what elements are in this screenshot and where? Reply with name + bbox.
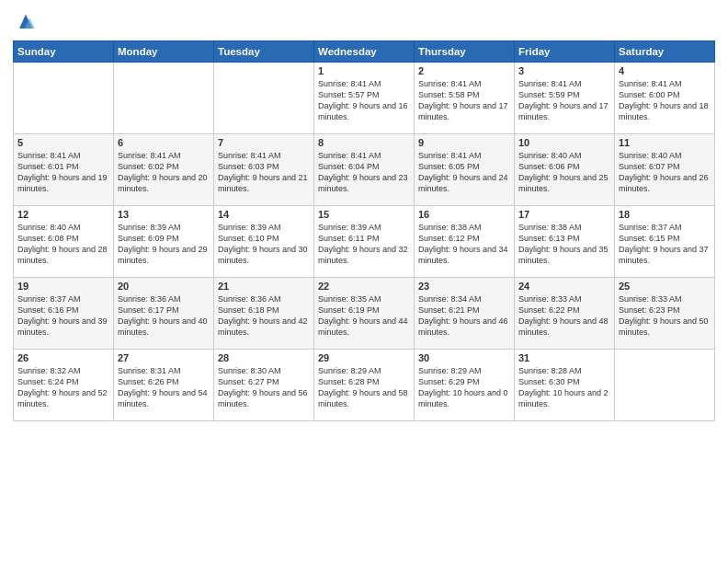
cell-sun-info: Sunrise: 8:40 AM Sunset: 6:06 PM Dayligh…: [518, 150, 610, 195]
calendar-cell: 16Sunrise: 8:38 AM Sunset: 6:12 PM Dayli…: [415, 206, 515, 278]
calendar-cell: 2Sunrise: 8:41 AM Sunset: 5:58 PM Daylig…: [415, 63, 515, 134]
day-number: 18: [619, 209, 711, 220]
cell-sun-info: Sunrise: 8:30 AM Sunset: 6:27 PM Dayligh…: [218, 365, 310, 410]
day-number: 3: [518, 65, 610, 76]
calendar-cell: 1Sunrise: 8:41 AM Sunset: 5:57 PM Daylig…: [314, 63, 415, 134]
day-header-monday: Monday: [114, 41, 214, 63]
calendar-cell: 4Sunrise: 8:41 AM Sunset: 6:00 PM Daylig…: [615, 63, 715, 134]
cell-sun-info: Sunrise: 8:29 AM Sunset: 6:28 PM Dayligh…: [318, 365, 410, 410]
day-header-thursday: Thursday: [415, 41, 515, 63]
day-number: 29: [318, 352, 410, 363]
day-number: 16: [418, 209, 510, 220]
calendar-cell: [14, 63, 114, 134]
cell-sun-info: Sunrise: 8:38 AM Sunset: 6:12 PM Dayligh…: [418, 222, 510, 267]
cell-sun-info: Sunrise: 8:34 AM Sunset: 6:21 PM Dayligh…: [418, 293, 510, 339]
day-header-wednesday: Wednesday: [314, 41, 415, 63]
calendar-cell: [615, 350, 715, 421]
calendar-cell: 3Sunrise: 8:41 AM Sunset: 5:59 PM Daylig…: [515, 63, 615, 134]
calendar-cell: 6Sunrise: 8:41 AM Sunset: 6:02 PM Daylig…: [114, 134, 214, 206]
day-number: 15: [318, 209, 410, 220]
day-number: 13: [118, 209, 210, 220]
day-number: 19: [17, 281, 109, 292]
day-number: 26: [17, 352, 109, 363]
cell-sun-info: Sunrise: 8:41 AM Sunset: 5:57 PM Dayligh…: [318, 78, 410, 123]
cell-sun-info: Sunrise: 8:37 AM Sunset: 6:16 PM Dayligh…: [17, 293, 109, 339]
calendar-cell: 18Sunrise: 8:37 AM Sunset: 6:15 PM Dayli…: [615, 206, 715, 278]
week-row-2: 5Sunrise: 8:41 AM Sunset: 6:01 PM Daylig…: [14, 134, 715, 206]
cell-sun-info: Sunrise: 8:28 AM Sunset: 6:30 PM Dayligh…: [518, 365, 610, 410]
day-number: 27: [118, 352, 210, 363]
day-number: 10: [518, 137, 610, 148]
cell-sun-info: Sunrise: 8:41 AM Sunset: 6:03 PM Dayligh…: [218, 150, 310, 195]
calendar-cell: 7Sunrise: 8:41 AM Sunset: 6:03 PM Daylig…: [214, 134, 314, 206]
cell-sun-info: Sunrise: 8:39 AM Sunset: 6:11 PM Dayligh…: [318, 222, 410, 267]
cell-sun-info: Sunrise: 8:40 AM Sunset: 6:07 PM Dayligh…: [619, 150, 711, 195]
calendar-cell: 12Sunrise: 8:40 AM Sunset: 6:08 PM Dayli…: [14, 206, 114, 278]
calendar-cell: [114, 63, 214, 134]
week-row-3: 12Sunrise: 8:40 AM Sunset: 6:08 PM Dayli…: [14, 206, 715, 278]
cell-sun-info: Sunrise: 8:41 AM Sunset: 6:01 PM Dayligh…: [17, 150, 109, 195]
calendar-cell: 29Sunrise: 8:29 AM Sunset: 6:28 PM Dayli…: [314, 350, 415, 421]
day-number: 6: [118, 137, 210, 148]
day-header-saturday: Saturday: [615, 41, 715, 63]
calendar-cell: 27Sunrise: 8:31 AM Sunset: 6:26 PM Dayli…: [114, 350, 214, 421]
cell-sun-info: Sunrise: 8:33 AM Sunset: 6:23 PM Dayligh…: [619, 293, 711, 339]
day-header-sunday: Sunday: [14, 41, 114, 63]
day-number: 8: [318, 137, 410, 148]
calendar-cell: 13Sunrise: 8:39 AM Sunset: 6:09 PM Dayli…: [114, 206, 214, 278]
cell-sun-info: Sunrise: 8:35 AM Sunset: 6:19 PM Dayligh…: [318, 293, 410, 339]
cell-sun-info: Sunrise: 8:33 AM Sunset: 6:22 PM Dayligh…: [518, 293, 610, 339]
calendar-cell: 10Sunrise: 8:40 AM Sunset: 6:06 PM Dayli…: [515, 134, 615, 206]
cell-sun-info: Sunrise: 8:31 AM Sunset: 6:26 PM Dayligh…: [118, 365, 210, 410]
calendar-cell: 17Sunrise: 8:38 AM Sunset: 6:13 PM Dayli…: [515, 206, 615, 278]
cell-sun-info: Sunrise: 8:39 AM Sunset: 6:10 PM Dayligh…: [218, 222, 310, 267]
day-number: 22: [318, 281, 410, 292]
week-row-1: 1Sunrise: 8:41 AM Sunset: 5:57 PM Daylig…: [14, 63, 715, 134]
day-number: 17: [518, 209, 610, 220]
calendar-cell: [214, 63, 314, 134]
day-number: 20: [118, 281, 210, 292]
day-header-tuesday: Tuesday: [214, 41, 314, 63]
header: [13, 9, 715, 35]
calendar-cell: 9Sunrise: 8:41 AM Sunset: 6:05 PM Daylig…: [415, 134, 515, 206]
calendar-cell: 26Sunrise: 8:32 AM Sunset: 6:24 PM Dayli…: [14, 350, 114, 421]
calendar-cell: 20Sunrise: 8:36 AM Sunset: 6:17 PM Dayli…: [114, 278, 214, 350]
day-number: 23: [418, 281, 510, 292]
calendar-cell: 24Sunrise: 8:33 AM Sunset: 6:22 PM Dayli…: [515, 278, 615, 350]
calendar-cell: 22Sunrise: 8:35 AM Sunset: 6:19 PM Dayli…: [314, 278, 415, 350]
day-header-friday: Friday: [515, 41, 615, 63]
cell-sun-info: Sunrise: 8:41 AM Sunset: 6:04 PM Dayligh…: [318, 150, 410, 195]
day-number: 1: [318, 65, 410, 76]
days-header-row: SundayMondayTuesdayWednesdayThursdayFrid…: [14, 41, 715, 63]
calendar-cell: 14Sunrise: 8:39 AM Sunset: 6:10 PM Dayli…: [214, 206, 314, 278]
day-number: 21: [218, 281, 310, 292]
calendar-cell: 15Sunrise: 8:39 AM Sunset: 6:11 PM Dayli…: [314, 206, 415, 278]
day-number: 14: [218, 209, 310, 220]
calendar-cell: 28Sunrise: 8:30 AM Sunset: 6:27 PM Dayli…: [214, 350, 314, 421]
cell-sun-info: Sunrise: 8:36 AM Sunset: 6:17 PM Dayligh…: [118, 293, 210, 339]
cell-sun-info: Sunrise: 8:41 AM Sunset: 5:58 PM Dayligh…: [418, 78, 510, 123]
calendar-cell: 8Sunrise: 8:41 AM Sunset: 6:04 PM Daylig…: [314, 134, 415, 206]
day-number: 4: [619, 65, 711, 76]
calendar-cell: 5Sunrise: 8:41 AM Sunset: 6:01 PM Daylig…: [14, 134, 114, 206]
calendar-cell: 19Sunrise: 8:37 AM Sunset: 6:16 PM Dayli…: [14, 278, 114, 350]
cell-sun-info: Sunrise: 8:39 AM Sunset: 6:09 PM Dayligh…: [118, 222, 210, 267]
calendar-table: SundayMondayTuesdayWednesdayThursdayFrid…: [13, 40, 715, 421]
day-number: 9: [418, 137, 510, 148]
day-number: 30: [418, 352, 510, 363]
cell-sun-info: Sunrise: 8:38 AM Sunset: 6:13 PM Dayligh…: [518, 222, 610, 267]
cell-sun-info: Sunrise: 8:41 AM Sunset: 6:05 PM Dayligh…: [418, 150, 510, 195]
day-number: 25: [619, 281, 711, 292]
page-container: SundayMondayTuesdayWednesdayThursdayFrid…: [0, 0, 728, 563]
cell-sun-info: Sunrise: 8:36 AM Sunset: 6:18 PM Dayligh…: [218, 293, 310, 339]
day-number: 24: [518, 281, 610, 292]
day-number: 5: [17, 137, 109, 148]
cell-sun-info: Sunrise: 8:29 AM Sunset: 6:29 PM Dayligh…: [418, 365, 510, 410]
day-number: 28: [218, 352, 310, 363]
day-number: 31: [518, 352, 610, 363]
week-row-4: 19Sunrise: 8:37 AM Sunset: 6:16 PM Dayli…: [14, 278, 715, 350]
cell-sun-info: Sunrise: 8:32 AM Sunset: 6:24 PM Dayligh…: [17, 365, 109, 410]
cell-sun-info: Sunrise: 8:37 AM Sunset: 6:15 PM Dayligh…: [619, 222, 711, 267]
cell-sun-info: Sunrise: 8:41 AM Sunset: 6:00 PM Dayligh…: [619, 78, 711, 123]
calendar-cell: 25Sunrise: 8:33 AM Sunset: 6:23 PM Dayli…: [615, 278, 715, 350]
